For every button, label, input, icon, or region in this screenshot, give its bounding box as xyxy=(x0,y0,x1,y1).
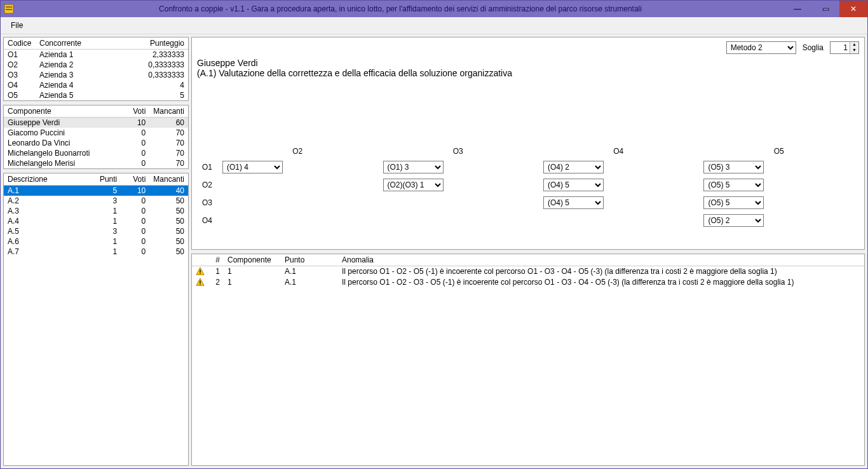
col-comp[interactable]: Concorrente xyxy=(36,37,144,50)
table-row[interactable]: O4Azienda 44 xyxy=(4,80,188,90)
description-panel: Descrizione Punti Voti Mancanti A.151040… xyxy=(3,173,189,466)
pairwise-select[interactable]: (O4) 5 xyxy=(543,196,604,209)
description-table[interactable]: Descrizione Punti Voti Mancanti A.151040… xyxy=(4,173,188,257)
table-row[interactable]: A.41050 xyxy=(4,216,188,226)
svg-rect-4 xyxy=(200,270,200,273)
window-controls: — ▭ ✕ xyxy=(783,1,867,17)
maximize-button[interactable]: ▭ xyxy=(811,1,839,17)
close-button[interactable]: ✕ xyxy=(839,1,867,17)
minimize-button[interactable]: — xyxy=(783,1,811,17)
table-row[interactable]: Michelangelo Buonarroti070 xyxy=(4,148,188,158)
col-punti[interactable]: Punti xyxy=(92,173,121,186)
pairwise-select[interactable]: (O5) 2 xyxy=(703,214,764,227)
table-row[interactable]: 11A.1Il percorso O1 - O2 - O5 (-1) è inc… xyxy=(192,266,864,276)
svg-rect-7 xyxy=(200,281,200,283)
pairwise-select[interactable]: (O4) 5 xyxy=(543,179,604,191)
col-num[interactable]: # xyxy=(208,254,224,266)
table-row[interactable]: A.61050 xyxy=(4,236,188,247)
spin-up-icon[interactable]: ▲ xyxy=(850,42,858,48)
col-missing[interactable]: Mancanti xyxy=(149,105,188,118)
col-score[interactable]: Punteggio xyxy=(144,37,188,50)
warning-icon xyxy=(192,266,208,276)
table-row[interactable]: Giuseppe Verdi1060 xyxy=(4,118,188,128)
table-row[interactable]: O1Azienda 12,333333 xyxy=(4,50,188,60)
table-row[interactable]: A.31050 xyxy=(4,206,188,216)
window-title: Confronto a coppie - v1.1 - Gara a proce… xyxy=(17,4,783,13)
pairwise-select[interactable]: (O5) 5 xyxy=(703,196,764,209)
col-mancanti[interactable]: Mancanti xyxy=(149,173,188,186)
top-controls: Metodo 2 Soglia ▲ ▼ xyxy=(192,37,864,58)
app-window: Confronto a coppie - v1.1 - Gara a proce… xyxy=(0,0,868,469)
anomaly-table[interactable]: # Componente Punto Anomalia 11A.1Il perc… xyxy=(192,254,864,288)
evaluator-name: Giuseppe Verdi xyxy=(197,58,859,68)
col-warn xyxy=(192,254,208,266)
table-row[interactable]: O2Azienda 20,3333333 xyxy=(4,60,188,70)
pairwise-select[interactable]: (O2)(O3) 1 xyxy=(383,179,444,191)
table-row[interactable]: A.53050 xyxy=(4,226,188,236)
table-row[interactable]: A.151040 xyxy=(4,186,188,196)
table-row[interactable]: O5Azienda 55 xyxy=(4,90,188,100)
spin-down-icon[interactable]: ▼ xyxy=(850,48,858,53)
table-row[interactable]: 21A.1Il percorso O1 - O2 - O3 - O5 (-1) … xyxy=(192,276,864,287)
menu-file[interactable]: File xyxy=(6,20,28,31)
table-row[interactable]: A.23050 xyxy=(4,196,188,206)
detail-panel: Metodo 2 Soglia ▲ ▼ Giuseppe Verdi (A.1)… xyxy=(191,37,865,250)
criterion-label: (A.1) Valutazione della correttezza e de… xyxy=(197,68,859,78)
anomaly-panel: # Componente Punto Anomalia 11A.1Il perc… xyxy=(191,254,865,466)
titlebar: Confronto a coppie - v1.1 - Gara a proce… xyxy=(1,1,867,17)
menubar: File xyxy=(1,17,867,34)
col-anom[interactable]: Anomalia xyxy=(338,254,864,266)
component-panel: Componente Voti Mancanti Giuseppe Verdi1… xyxy=(3,105,189,169)
soglia-input[interactable] xyxy=(831,42,850,53)
col-compname[interactable]: Componente xyxy=(4,105,121,118)
svg-rect-1 xyxy=(6,6,12,8)
soglia-label: Soglia xyxy=(803,43,824,52)
pairwise-select[interactable]: (O4) 2 xyxy=(543,161,604,173)
table-row[interactable]: Leonardo Da Vinci070 xyxy=(4,138,188,148)
pairwise-select[interactable]: (O1) 4 xyxy=(222,161,283,173)
svg-rect-2 xyxy=(6,9,12,10)
method-select[interactable]: Metodo 2 xyxy=(726,41,796,54)
table-row[interactable]: A.71050 xyxy=(4,247,188,257)
table-row[interactable]: Giacomo Puccini070 xyxy=(4,128,188,138)
score-panel: Codice Concorrente Punteggio O1Azienda 1… xyxy=(3,37,189,101)
matrix-area: O2O3O4O5 O1(O1) 4(O1) 3(O4) 2(O5) 3O2(O2… xyxy=(192,81,864,234)
component-table[interactable]: Componente Voti Mancanti Giuseppe Verdi1… xyxy=(4,105,188,168)
app-icon xyxy=(1,1,17,17)
svg-rect-5 xyxy=(200,273,200,274)
pairwise-select[interactable]: (O5) 5 xyxy=(703,179,764,191)
heading-area: Giuseppe Verdi (A.1) Valutazione della c… xyxy=(192,58,864,81)
svg-rect-8 xyxy=(200,284,200,285)
pairwise-select[interactable]: (O1) 3 xyxy=(383,161,444,173)
soglia-spinner[interactable]: ▲ ▼ xyxy=(830,41,859,54)
col-desc[interactable]: Descrizione xyxy=(4,173,92,186)
col-code[interactable]: Codice xyxy=(4,37,36,50)
col-apunto[interactable]: Punto xyxy=(281,254,338,266)
pairwise-select[interactable]: (O5) 3 xyxy=(703,161,764,173)
pairwise-matrix: O2O3O4O5 O1(O1) 4(O1) 3(O4) 2(O5) 3O2(O2… xyxy=(197,144,859,229)
table-row[interactable]: Michelangelo Merisi070 xyxy=(4,158,188,168)
col-votes[interactable]: Voti xyxy=(121,105,149,118)
score-table[interactable]: Codice Concorrente Punteggio O1Azienda 1… xyxy=(4,37,188,100)
table-row[interactable]: O3Azienda 30,3333333 xyxy=(4,70,188,80)
col-acomp[interactable]: Componente xyxy=(224,254,281,266)
warning-icon xyxy=(192,276,208,287)
col-voti[interactable]: Voti xyxy=(121,173,149,186)
